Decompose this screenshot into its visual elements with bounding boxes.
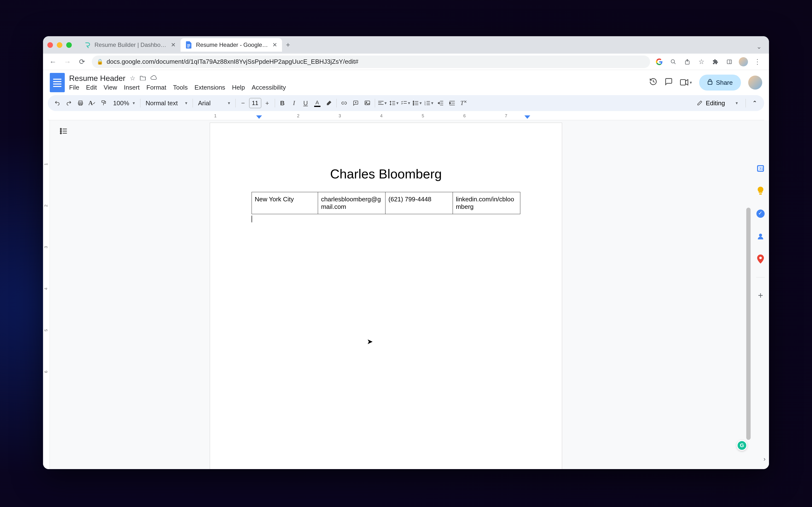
document-outline-button[interactable] (57, 125, 70, 137)
tab-title: Resume Header - Google Docs (196, 42, 269, 48)
document-title[interactable]: Resume Header (69, 74, 125, 83)
tab-google-docs[interactable]: Resume Header - Google Docs ✕ (181, 38, 282, 52)
line-spacing-button[interactable]: ▾ (389, 98, 400, 109)
star-icon[interactable]: ☆ (130, 74, 135, 82)
maximize-window-button[interactable] (66, 42, 72, 48)
add-on-button[interactable]: + (756, 291, 765, 300)
bulleted-list-button[interactable]: ▾ (412, 98, 423, 109)
underline-button[interactable]: U (300, 98, 311, 109)
italic-button[interactable]: I (289, 98, 300, 109)
right-indent-marker[interactable] (524, 115, 530, 119)
profile-avatar[interactable] (738, 56, 749, 68)
account-avatar[interactable] (748, 75, 762, 90)
redo-button[interactable] (63, 98, 74, 109)
highlight-button[interactable] (323, 98, 335, 109)
styles-dropdown[interactable]: Normal text▾ (142, 100, 191, 107)
url-field[interactable]: 🔒 docs.google.com/document/d/1qITa79Az88… (92, 56, 650, 68)
left-indent-marker[interactable] (256, 115, 262, 119)
indent-button[interactable] (447, 98, 458, 109)
menu-edit[interactable]: Edit (86, 84, 97, 91)
menu-accessibility[interactable]: Accessibility (252, 84, 286, 91)
forward-button[interactable]: → (61, 55, 74, 68)
side-panel-icon[interactable] (723, 56, 735, 68)
calendar-icon[interactable]: 31 (756, 164, 765, 173)
zoom-icon[interactable] (667, 56, 679, 68)
close-tab-icon[interactable]: ✕ (171, 42, 176, 48)
spellcheck-button[interactable]: A✓ (87, 98, 98, 109)
close-window-button[interactable] (47, 42, 53, 48)
text-color-button[interactable]: A (312, 98, 323, 109)
editing-mode-dropdown[interactable]: Editing ▾ (692, 100, 743, 107)
share-page-icon[interactable] (681, 56, 693, 68)
vertical-ruler[interactable]: 1 2 3 4 5 6 (44, 120, 50, 469)
grammarly-icon[interactable] (737, 440, 747, 451)
move-icon[interactable] (140, 74, 146, 82)
horizontal-ruler[interactable]: 1 2 3 4 5 6 7 (48, 114, 764, 120)
minimize-window-button[interactable] (57, 42, 62, 48)
clear-formatting-button[interactable]: T✕ (458, 98, 469, 109)
zoom-dropdown[interactable]: 100%▾ (110, 100, 138, 107)
insert-image-button[interactable] (362, 98, 373, 109)
back-button[interactable]: ← (46, 55, 59, 68)
menu-format[interactable]: Format (146, 84, 166, 91)
vertical-scrollbar[interactable] (746, 208, 751, 440)
table-row[interactable]: New York City charlesbloomberg@gmail.com… (252, 192, 520, 214)
page[interactable]: Charles Bloomberg New York City charlesb… (210, 123, 562, 469)
tasks-icon[interactable] (756, 209, 765, 218)
print-button[interactable] (75, 98, 86, 109)
contact-info-table[interactable]: New York City charlesbloomberg@gmail.com… (252, 192, 520, 214)
insert-comment-button[interactable] (350, 98, 361, 109)
contacts-icon[interactable] (756, 232, 765, 241)
insert-link-button[interactable] (339, 98, 350, 109)
menu-file[interactable]: File (69, 84, 79, 91)
maps-icon[interactable] (756, 255, 765, 264)
meet-icon[interactable] (680, 78, 688, 88)
tab-list-button[interactable]: ⌄ (756, 43, 762, 50)
tab-strip: Resume Builder | Dashboard ✕ Resume Head… (43, 36, 769, 54)
share-button[interactable]: Share (699, 74, 741, 91)
show-side-panel-button[interactable]: › (763, 455, 766, 463)
menu-extensions[interactable]: Extensions (195, 84, 225, 91)
align-button[interactable]: ▾ (377, 98, 388, 109)
tab-title: Resume Builder | Dashboard (95, 42, 167, 48)
google-icon[interactable] (654, 56, 665, 68)
font-size-input[interactable]: 11 (249, 98, 261, 108)
table-cell-phone[interactable]: (621) 799-4448 (386, 192, 453, 214)
collapse-toolbar-button[interactable]: ⌃ (749, 98, 760, 109)
close-tab-icon[interactable]: ✕ (272, 42, 277, 48)
svg-rect-8 (680, 79, 686, 85)
tab-resume-builder[interactable]: Resume Builder | Dashboard ✕ (79, 38, 181, 52)
version-history-icon[interactable] (649, 77, 657, 88)
table-cell-location[interactable]: New York City (252, 192, 318, 214)
font-dropdown[interactable]: Arial▾ (195, 100, 234, 107)
menu-view[interactable]: View (104, 84, 117, 91)
document-heading[interactable]: Charles Bloomberg (252, 166, 520, 181)
font-size-increase[interactable]: + (262, 98, 273, 109)
bookmark-star-icon[interactable]: ☆ (696, 56, 707, 68)
menu-insert[interactable]: Insert (124, 84, 140, 91)
table-cell-linkedin[interactable]: linkedin.com/in/cbloomberg (453, 192, 520, 214)
comments-icon[interactable] (665, 77, 673, 88)
outdent-button[interactable] (435, 98, 446, 109)
extensions-icon[interactable] (710, 56, 721, 68)
svg-point-57 (759, 234, 762, 237)
cloud-status-icon[interactable] (150, 74, 158, 82)
chrome-menu-button[interactable]: ⋮ (752, 56, 763, 68)
undo-button[interactable] (52, 98, 63, 109)
svg-point-58 (759, 257, 762, 259)
menu-tools[interactable]: Tools (173, 84, 188, 91)
new-tab-button[interactable]: + (282, 41, 294, 49)
menu-help[interactable]: Help (232, 84, 245, 91)
numbered-list-button[interactable]: 123▾ (423, 98, 435, 109)
meet-dropdown-icon[interactable]: ▾ (690, 80, 692, 85)
reload-button[interactable]: ⟳ (75, 55, 89, 68)
bold-button[interactable]: B (277, 98, 288, 109)
font-size-decrease[interactable]: − (238, 98, 249, 109)
docs-logo-icon[interactable] (50, 73, 65, 92)
checklist-button[interactable]: ▾ (400, 98, 411, 109)
keep-icon[interactable] (756, 186, 765, 195)
table-cell-email[interactable]: charlesbloomberg@gmail.com (318, 192, 386, 214)
page-content[interactable]: Charles Bloomberg New York City charlesb… (210, 123, 562, 222)
paint-format-button[interactable] (98, 98, 109, 109)
svg-rect-2 (187, 47, 190, 48)
